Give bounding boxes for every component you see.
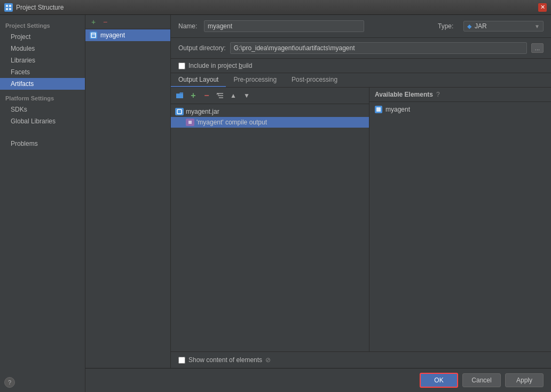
output-layout-content: + − — [171, 88, 551, 351]
name-input[interactable] — [204, 20, 364, 32]
available-items-list: myagent — [369, 102, 551, 351]
sidebar: Project Settings Project Modules Librari… — [0, 15, 85, 392]
tree-move-down-button[interactable]: ▼ — [241, 90, 253, 101]
artifact-item-icon — [90, 32, 97, 39]
svg-rect-2 — [6, 8, 8, 10]
svg-rect-14 — [376, 109, 379, 112]
close-button[interactable]: ✕ — [538, 3, 547, 12]
sidebar-item-problems[interactable]: Problems — [0, 138, 85, 150]
available-header: Available Elements ? — [369, 88, 551, 102]
artifact-item-myagent[interactable]: myagent — [85, 29, 170, 41]
ok-button[interactable]: OK — [420, 373, 458, 388]
artifact-list-toolbar: + − — [85, 15, 170, 29]
config-pane: Name: Type: ◆ JAR ▼ Output directory: ..… — [171, 15, 551, 368]
tab-post-processing[interactable]: Post-processing — [284, 73, 345, 87]
window-title: Project Structure — [16, 4, 64, 11]
available-item-label: myagent — [385, 106, 410, 113]
tree-remove-button[interactable]: − — [201, 90, 212, 101]
svg-rect-0 — [6, 5, 8, 7]
name-label: Name: — [178, 22, 200, 30]
bottom-bar: Show content of elements ⊘ — [171, 351, 551, 368]
tab-pre-processing[interactable]: Pre-processing — [226, 73, 284, 87]
type-label: Type: — [438, 22, 459, 30]
tabs-row: Output Layout Pre-processing Post-proces… — [171, 73, 551, 88]
available-item-myagent[interactable]: myagent — [369, 104, 551, 115]
type-select[interactable]: ◆ JAR ▼ — [463, 21, 544, 32]
content-area: + − myagent — [85, 15, 551, 392]
sidebar-item-sdks[interactable]: SDKs — [0, 104, 85, 115]
tree-item-jar[interactable]: myagent.jar — [171, 106, 369, 117]
output-dir-input[interactable] — [230, 42, 527, 54]
include-build-checkbox[interactable] — [178, 62, 185, 69]
svg-rect-10 — [177, 109, 182, 114]
show-content-row: Show content of elements ⊘ — [178, 356, 271, 364]
tree-item-compile-label: 'myagent' compile output — [196, 119, 267, 126]
available-panel: Available Elements ? — [369, 88, 551, 351]
available-elements-title: Available Elements — [375, 91, 433, 98]
output-dir-row: Output directory: ... — [171, 38, 551, 59]
artifact-list: myagent — [85, 29, 170, 368]
show-content-info-icon: ⊘ — [265, 356, 271, 364]
include-build-label: Include in project build — [188, 62, 252, 69]
show-content-label: Show content of elements — [188, 356, 262, 364]
sidebar-item-project[interactable]: Project — [0, 31, 85, 43]
tree-add-button[interactable]: + — [187, 90, 199, 101]
svg-rect-11 — [188, 121, 192, 124]
cancel-button[interactable]: Cancel — [462, 373, 501, 387]
tree-move-up-button[interactable]: ▲ — [227, 90, 239, 101]
sidebar-item-libraries[interactable]: Libraries — [0, 54, 85, 66]
svg-rect-4 — [91, 33, 96, 37]
title-bar: Project Structure ✕ — [0, 0, 551, 15]
svg-rect-6 — [176, 94, 183, 98]
tree-item-jar-label: myagent.jar — [186, 108, 219, 115]
artifact-item-label: myagent — [100, 32, 125, 39]
compile-icon — [186, 119, 194, 126]
tree-panel: + − — [171, 88, 369, 351]
tree-folder-button[interactable] — [174, 90, 186, 101]
type-dropdown-arrow-icon: ▼ — [534, 23, 540, 29]
available-help-icon[interactable]: ? — [436, 91, 440, 98]
add-artifact-button[interactable]: + — [89, 17, 98, 27]
sidebar-item-artifacts[interactable]: Artifacts — [0, 78, 85, 90]
sidebar-item-global-libraries[interactable]: Global Libraries — [0, 115, 85, 127]
svg-rect-13 — [379, 107, 381, 109]
tree-item-compile[interactable]: 'myagent' compile output — [171, 117, 369, 128]
apply-button[interactable]: Apply — [505, 373, 544, 387]
sidebar-item-facets[interactable]: Facets — [0, 66, 85, 78]
svg-rect-12 — [376, 107, 379, 109]
tree-sort-button[interactable] — [214, 90, 226, 101]
sidebar-item-modules[interactable]: Modules — [0, 43, 85, 54]
output-dir-label: Output directory: — [178, 44, 226, 52]
type-jar-icon: ◆ — [467, 23, 471, 30]
app-icon — [4, 3, 13, 12]
svg-rect-1 — [9, 5, 11, 7]
svg-rect-15 — [379, 109, 381, 112]
tree-toolbar: + − — [171, 88, 369, 104]
available-module-icon — [375, 106, 382, 113]
artifact-list-pane: + − myagent — [85, 15, 171, 368]
help-button[interactable]: ? — [4, 377, 15, 388]
platform-settings-header: Platform Settings — [0, 90, 85, 104]
dialog-buttons: OK Cancel Apply — [85, 368, 551, 392]
type-select-value: JAR — [475, 22, 531, 30]
project-settings-header: Project Settings — [0, 19, 85, 31]
name-type-row: Name: Type: ◆ JAR ▼ — [171, 15, 551, 38]
jar-icon — [175, 108, 184, 115]
include-build-row: Include in project build — [171, 59, 551, 73]
tab-output-layout[interactable]: Output Layout — [171, 73, 226, 87]
remove-artifact-button[interactable]: − — [100, 17, 110, 27]
browse-button[interactable]: ... — [531, 43, 544, 53]
svg-rect-3 — [9, 8, 11, 10]
tree-items: myagent.jar 'myagent' compile — [171, 104, 369, 351]
show-content-checkbox[interactable] — [178, 357, 185, 364]
